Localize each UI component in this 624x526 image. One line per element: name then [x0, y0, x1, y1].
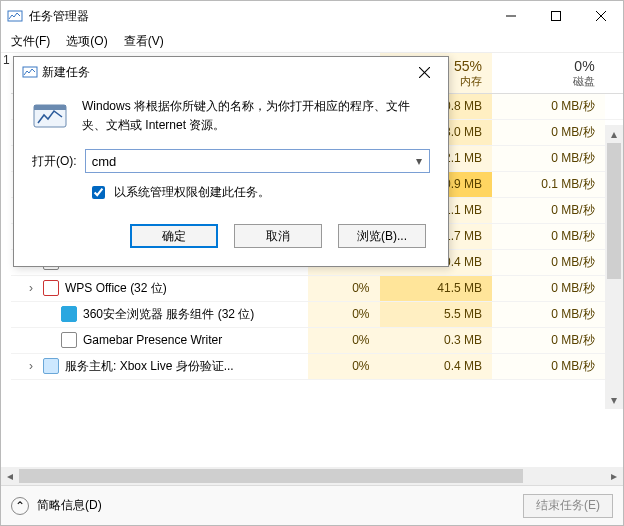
process-name-cell[interactable]: Gamebar Presence Writer: [1, 327, 308, 353]
task-manager-window: 任务管理器 文件(F) 选项(O) 查看(V) 1: [0, 0, 624, 526]
table-row[interactable]: Gamebar Presence Writer0%0.3 MB0 MB/秒: [1, 327, 623, 353]
menu-view[interactable]: 查看(V): [118, 31, 170, 52]
process-name: WPS Office (32 位): [65, 280, 167, 297]
browse-button[interactable]: 浏览(B)...: [338, 224, 426, 248]
cpu-cell: 0%: [308, 327, 380, 353]
hscroll-thumb[interactable]: [19, 469, 523, 483]
process-icon: [43, 280, 59, 296]
process-name: Gamebar Presence Writer: [83, 333, 222, 347]
table-row[interactable]: ›WPS Office (32 位)0%41.5 MB0 MB/秒: [1, 275, 623, 301]
expand-icon[interactable]: ›: [25, 281, 37, 295]
admin-checkbox-label: 以系统管理权限创建此任务。: [114, 184, 270, 201]
brief-info-link[interactable]: 简略信息(D): [37, 497, 102, 514]
col-disk[interactable]: 0% 磁盘: [492, 53, 605, 93]
dialog-titlebar: 新建任务: [14, 57, 448, 87]
dialog-title: 新建任务: [42, 64, 90, 81]
cpu-cell: 0%: [308, 353, 380, 379]
disk-cell: 0 MB/秒: [492, 145, 605, 171]
process-name-cell[interactable]: 360安全浏览器 服务组件 (32 位): [1, 301, 308, 327]
disk-cell: 0 MB/秒: [492, 249, 605, 275]
gutter-text: 1: [1, 53, 11, 67]
disk-cell: 0 MB/秒: [492, 223, 605, 249]
chevron-up-icon[interactable]: ⌃: [11, 497, 29, 515]
open-combobox[interactable]: ▾: [85, 149, 430, 173]
process-icon: [61, 306, 77, 322]
disk-pct: 0%: [502, 58, 595, 74]
titlebar: 任务管理器: [1, 1, 623, 31]
memory-cell: 0.3 MB: [380, 327, 493, 353]
open-input[interactable]: [85, 149, 430, 173]
open-label: 打开(O):: [32, 153, 77, 170]
cpu-cell: 0%: [308, 275, 380, 301]
svg-rect-9: [34, 105, 66, 110]
memory-cell: 0.4 MB: [380, 353, 493, 379]
disk-lbl: 磁盘: [502, 74, 595, 89]
chevron-down-icon[interactable]: ▾: [409, 150, 429, 172]
end-task-button[interactable]: 结束任务(E): [523, 494, 613, 518]
disk-cell: 0 MB/秒: [492, 93, 605, 119]
process-name: 服务主机: Xbox Live 身份验证...: [65, 358, 234, 375]
disk-cell: 0 MB/秒: [492, 197, 605, 223]
minimize-button[interactable]: [488, 1, 533, 31]
admin-checkbox[interactable]: [92, 186, 105, 199]
process-name-cell[interactable]: ›WPS Office (32 位): [1, 275, 308, 301]
footer: ⌃ 简略信息(D) 结束任务(E): [1, 485, 623, 525]
close-icon: [419, 67, 430, 78]
cpu-cell: 0%: [308, 301, 380, 327]
disk-cell: 0 MB/秒: [492, 353, 605, 379]
window-title: 任务管理器: [29, 8, 89, 25]
dialog-icon: [22, 64, 38, 80]
scroll-left-icon[interactable]: ◂: [1, 467, 19, 485]
left-gutter: 1: [1, 53, 11, 467]
disk-cell: 0 MB/秒: [492, 275, 605, 301]
vertical-scrollbar[interactable]: ▴ ▾: [605, 125, 623, 409]
memory-cell: 41.5 MB: [380, 275, 493, 301]
close-button[interactable]: [578, 1, 623, 31]
table-row[interactable]: ›服务主机: Xbox Live 身份验证...0%0.4 MB0 MB/秒: [1, 353, 623, 379]
vscroll-thumb[interactable]: [607, 143, 621, 279]
memory-cell: 5.5 MB: [380, 301, 493, 327]
process-icon: [43, 358, 59, 374]
disk-cell: 0 MB/秒: [492, 301, 605, 327]
run-dialog: 新建任务 Windows 将根据你所键入的名称，为你打开相应的程序、文件夹、文档…: [13, 56, 449, 267]
col-scroll-spacer: [605, 53, 623, 93]
cancel-button[interactable]: 取消: [234, 224, 322, 248]
menu-file[interactable]: 文件(F): [5, 31, 56, 52]
horizontal-scrollbar[interactable]: ◂ ▸: [1, 467, 623, 485]
expand-icon[interactable]: ›: [25, 359, 37, 373]
process-icon: [61, 332, 77, 348]
run-icon: [32, 97, 68, 133]
table-row[interactable]: 360安全浏览器 服务组件 (32 位)0%5.5 MB0 MB/秒: [1, 301, 623, 327]
disk-cell: 0.1 MB/秒: [492, 171, 605, 197]
scroll-up-icon[interactable]: ▴: [605, 125, 623, 143]
disk-cell: 0 MB/秒: [492, 119, 605, 145]
dialog-description: Windows 将根据你所键入的名称，为你打开相应的程序、文件夹、文档或 Int…: [82, 97, 430, 135]
dialog-close-button[interactable]: [404, 58, 444, 86]
scroll-right-icon[interactable]: ▸: [605, 467, 623, 485]
ok-button[interactable]: 确定: [130, 224, 218, 248]
maximize-button[interactable]: [533, 1, 578, 31]
app-icon: [7, 8, 23, 24]
scroll-down-icon[interactable]: ▾: [605, 391, 623, 409]
svg-rect-2: [551, 12, 560, 21]
process-name-cell[interactable]: ›服务主机: Xbox Live 身份验证...: [1, 353, 308, 379]
disk-cell: 0 MB/秒: [492, 327, 605, 353]
menu-options[interactable]: 选项(O): [60, 31, 113, 52]
process-name: 360安全浏览器 服务组件 (32 位): [83, 306, 254, 323]
menubar: 文件(F) 选项(O) 查看(V): [1, 31, 623, 53]
